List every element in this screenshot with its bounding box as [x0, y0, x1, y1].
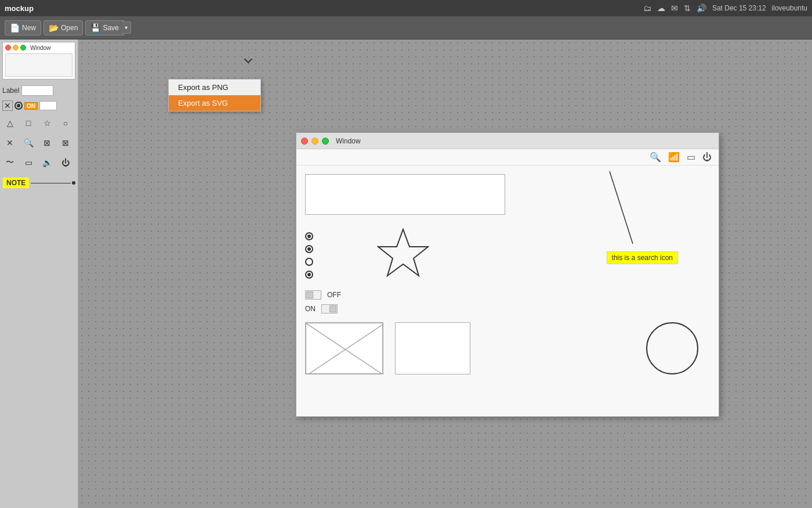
- mockup-content: OFF ON: [296, 165, 719, 374]
- save-icon: 💾: [90, 23, 100, 33]
- title-bar: mockup 🗂 ☁ ✉ ⇅ 🔊 Sat Dec 15 23:12 iloveu…: [0, 0, 812, 16]
- radio-inner-2: [307, 247, 311, 251]
- on-badge: ON: [24, 102, 38, 110]
- magnify-shape-btn[interactable]: 🔍: [21, 135, 36, 150]
- radio-item-1[interactable]: [305, 232, 313, 240]
- rect-placeholder: [395, 322, 470, 374]
- export-svg-item[interactable]: Export as SVG: [169, 95, 260, 111]
- tray-volume-icon: 🔊: [697, 3, 706, 13]
- radio-outer-4: [305, 271, 313, 279]
- mockup-text-area[interactable]: [305, 174, 505, 215]
- shapes-grid-row3: 〜 ▭ 🔈 ⏻: [2, 155, 75, 170]
- label-row: Label: [2, 85, 75, 96]
- note-line: [31, 183, 71, 183]
- wave-shape-btn[interactable]: 〜: [2, 155, 17, 170]
- label-input[interactable]: [21, 85, 53, 96]
- rect-shape-btn[interactable]: □: [21, 116, 36, 131]
- radio-item-3[interactable]: [305, 258, 313, 266]
- star-container: [377, 226, 429, 280]
- mockup-window-title: Window: [336, 137, 361, 145]
- cursor-indicator: [244, 55, 252, 63]
- label-text: Label: [2, 87, 19, 95]
- new-icon: 📄: [10, 23, 20, 33]
- toggle-off-track[interactable]: [305, 290, 321, 300]
- note-callout: this is a search icon: [607, 251, 678, 264]
- mw-close-btn[interactable]: [301, 138, 308, 145]
- boxx-shape-btn[interactable]: ⊠: [58, 135, 73, 150]
- titlebar-left: mockup: [5, 4, 34, 13]
- control-row: ✕ ON: [2, 100, 75, 111]
- star-svg: [377, 226, 429, 279]
- toggle-group: OFF ON: [305, 290, 710, 314]
- radio-outer-3: [305, 258, 313, 266]
- panel-close-btn[interactable]: [5, 45, 11, 51]
- close-symbol: ✕: [2, 100, 13, 111]
- panel-maximize-btn[interactable]: [20, 45, 26, 51]
- panel-window-title: Window: [30, 45, 51, 51]
- canvas-area[interactable]: Export as PNG Export as SVG Window 🔍 📶 ▭…: [78, 39, 812, 508]
- circle-shape-btn[interactable]: ○: [58, 116, 73, 131]
- titlebar-right: 🗂 ☁ ✉ ⇅ 🔊 Sat Dec 15 23:12 iloveubuntu: [643, 3, 807, 13]
- svg-line-1: [306, 323, 382, 373]
- star-shape-btn[interactable]: ☆: [39, 116, 55, 131]
- shapes-grid-row1: △ □ ☆ ○: [2, 116, 75, 131]
- toggle-on-track[interactable]: [321, 304, 338, 314]
- app-title: mockup: [5, 4, 34, 13]
- toggle-on-thumb: [329, 305, 336, 312]
- wifi-tool-icon: 📶: [668, 152, 680, 163]
- power-shape-btn[interactable]: ⏻: [58, 155, 73, 170]
- tray-cloud-icon: ☁: [657, 3, 665, 13]
- new-label: New: [22, 24, 36, 32]
- mw-minimize-btn[interactable]: [311, 138, 318, 145]
- radio-item-4[interactable]: [305, 271, 313, 279]
- image-placeholder: [305, 322, 383, 374]
- toggle-off-row: OFF: [305, 290, 710, 300]
- export-png-item[interactable]: Export as PNG: [169, 80, 260, 95]
- username-display: iloveubuntu: [772, 4, 807, 12]
- xbox-shape-btn[interactable]: ⊠: [39, 135, 55, 150]
- svg-marker-0: [378, 229, 428, 276]
- mockup-window: Window 🔍 📶 ▭ ⏻: [296, 132, 719, 417]
- dropdown-menu: Export as PNG Export as SVG: [168, 79, 261, 111]
- shapes-grid-row2: ✕ 🔍 ⊠ ⊠: [2, 135, 75, 150]
- save-button[interactable]: 💾 Save: [85, 20, 124, 35]
- tray-files-icon: 🗂: [643, 3, 651, 13]
- tablet-shape-btn[interactable]: ▭: [21, 155, 36, 170]
- speaker-shape-btn[interactable]: 🔈: [39, 155, 55, 170]
- note-dot: [72, 181, 75, 185]
- bottom-row: [305, 322, 710, 374]
- power-tool-icon: ⏻: [702, 152, 712, 163]
- radio-inner-1: [307, 235, 311, 238]
- open-icon: 📂: [49, 23, 59, 33]
- main-area: Window Label ✕ ON △ □ ☆ ○ ✕ 🔍 ⊠ ⊠: [0, 39, 812, 508]
- save-dropdown-arrow[interactable]: ▾: [122, 21, 131, 34]
- image-x-svg: [306, 323, 382, 373]
- main-toolbar: 📄 New 📂 Open 💾 Save ▾: [0, 16, 812, 39]
- save-label: Save: [103, 24, 118, 32]
- triangle-shape-btn[interactable]: △: [2, 116, 17, 131]
- mw-maximize-btn[interactable]: [322, 138, 329, 145]
- panel-window-preview: Window: [2, 42, 75, 80]
- circle-element: [646, 322, 698, 374]
- radio-outer-1: [305, 232, 313, 240]
- mockup-titlebar: Window: [296, 133, 719, 149]
- search-tool-icon[interactable]: 🔍: [650, 152, 661, 163]
- mockup-toolbar: 🔍 📶 ▭ ⏻: [296, 149, 719, 165]
- new-button[interactable]: 📄 New: [5, 20, 41, 35]
- open-label: Open: [61, 24, 78, 32]
- open-button[interactable]: 📂 Open: [44, 20, 83, 35]
- tablet-tool-icon: ▭: [687, 152, 695, 163]
- cross-shape-btn[interactable]: ✕: [2, 135, 17, 150]
- note-label: NOTE: [2, 177, 30, 189]
- toggle-off-thumb: [306, 291, 313, 298]
- toggle-on-label: ON: [305, 305, 316, 313]
- left-panel: Window Label ✕ ON △ □ ☆ ○ ✕ 🔍 ⊠ ⊠: [0, 39, 78, 508]
- datetime-display: Sat Dec 15 23:12: [712, 4, 766, 12]
- toggle-off-label: OFF: [327, 291, 341, 299]
- radio-outer-2: [305, 245, 313, 253]
- radio-filled[interactable]: [14, 102, 23, 110]
- ctrl-input[interactable]: [39, 101, 57, 110]
- panel-minimize-btn[interactable]: [13, 45, 19, 51]
- note-row: NOTE: [2, 177, 75, 189]
- radio-item-2[interactable]: [305, 245, 313, 253]
